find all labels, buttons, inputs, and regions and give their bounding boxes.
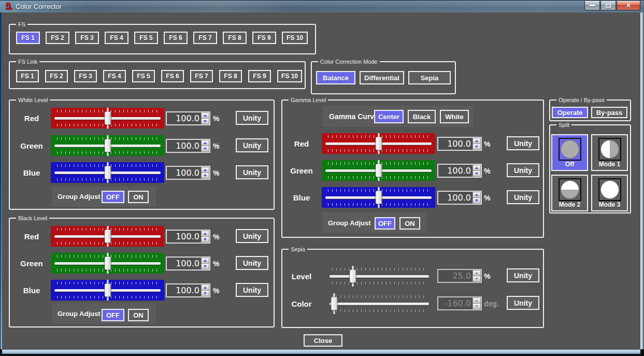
fs-button-9[interactable]: FS 9 [252,32,276,44]
black-level-red-unity-button[interactable]: Unity [236,229,268,243]
close-dialog-button[interactable]: Close [304,334,342,347]
spin-up-button[interactable] [201,140,209,146]
spin-down-button[interactable] [201,264,209,269]
spin-up-button[interactable] [201,112,209,119]
spin-down-button[interactable] [201,119,209,124]
fs-button-4[interactable]: FS 4 [105,32,128,44]
slider-thumb[interactable] [375,137,382,150]
white-level-green-spinbox[interactable]: 100.0 [166,139,210,153]
spin-value[interactable]: 100.0 [167,284,201,296]
operate-button[interactable]: Operate [552,107,588,118]
white-level-red-spinbox[interactable]: 100.0 [166,111,210,125]
spin-up-button[interactable] [473,165,481,171]
close-window-button[interactable]: ✕ [617,1,640,10]
fs-link-button-2[interactable]: FS 2 [45,70,68,82]
spin-up-button[interactable] [201,231,209,237]
spin-up-button[interactable] [201,258,209,264]
slider-thumb[interactable] [375,164,382,177]
sepia-level-slider[interactable] [326,266,433,287]
minimize-button[interactable] [584,1,600,10]
black-level-red-slider[interactable] [51,226,164,247]
spin-value[interactable]: 100.0 [167,258,201,269]
title-bar[interactable]: Color Corrector ✕ [0,0,644,12]
spin-value[interactable]: 100.0 [167,231,201,243]
gamma-level-blue-slider[interactable] [322,187,435,208]
maximize-button[interactable] [600,1,616,10]
fs-button-8[interactable]: FS 8 [223,32,247,44]
spin-up-button[interactable] [201,284,209,291]
fs-link-button-5[interactable]: FS 5 [132,70,155,82]
gamma-level-blue-spinbox[interactable]: 100.0 [437,191,482,205]
black-level-blue-spinbox[interactable]: 100.0 [166,283,210,297]
spin-up-button[interactable] [473,192,481,198]
black-level-blue-slider[interactable] [51,280,164,301]
slider-thumb[interactable] [331,297,338,310]
gamma-level-red-spinbox[interactable]: 100.0 [437,137,482,151]
black-level-blue-unity-button[interactable]: Unity [236,283,268,297]
slider-thumb[interactable] [104,111,111,125]
black-level-green-slider[interactable] [51,253,164,274]
black-level-red-spinbox[interactable]: 100.0 [166,230,210,244]
spin-value[interactable]: 100.0 [167,167,201,179]
white-level-green-unity-button[interactable]: Unity [236,138,268,152]
gamma-level-blue-unity-button[interactable]: Unity [507,190,539,204]
spin-value[interactable]: 100.0 [438,138,473,150]
gamma-level-red-unity-button[interactable]: Unity [507,136,539,150]
spin-up-button[interactable] [473,138,481,144]
spin-down-button[interactable] [473,198,481,204]
black-level-group-adjust-off-button[interactable]: OFF [102,309,124,321]
fs-link-button-4[interactable]: FS 4 [103,70,126,82]
gamma-level-red-slider[interactable] [322,133,435,154]
sepia-color-unity-button[interactable]: Unity [507,296,539,310]
fs-button-1[interactable]: FS 1 [16,32,40,44]
black-level-green-spinbox[interactable]: 100.0 [166,257,210,270]
gamma-level-group-adjust-on-button[interactable]: ON [399,217,420,230]
slider-thumb[interactable] [104,257,111,270]
split-mode2-button[interactable]: Mode 2 [551,175,588,211]
split-off-button[interactable]: Off [551,134,588,171]
slider-thumb[interactable] [349,269,356,283]
gamma-curve-white-button[interactable]: White [440,110,469,123]
white-level-green-slider[interactable] [51,135,164,156]
spin-up-button[interactable] [201,167,209,173]
fs-button-6[interactable]: FS 6 [164,32,188,44]
fs-button-2[interactable]: FS 2 [46,32,69,44]
spin-down-button[interactable] [473,144,481,150]
slider-thumb[interactable] [104,283,111,297]
fs-link-button-3[interactable]: FS 3 [74,70,97,82]
gamma-level-group-adjust-off-button[interactable]: OFF [375,217,395,230]
slider-thumb[interactable] [104,139,111,152]
white-level-group-adjust-off-button[interactable]: OFF [102,191,124,203]
fs-button-7[interactable]: FS 7 [193,32,217,44]
split-mode1-button[interactable]: Mode 1 [591,134,628,171]
white-level-group-adjust-on-button[interactable]: ON [128,191,149,203]
fs-link-button-6[interactable]: FS 6 [161,70,184,82]
mode-button-sepia[interactable]: Sepia [408,71,451,84]
white-level-red-slider[interactable] [51,108,164,129]
spin-down-button[interactable] [201,173,209,179]
sepia-level-unity-button[interactable]: Unity [507,268,539,282]
spin-down-button[interactable] [201,291,209,296]
slider-thumb[interactable] [104,166,111,179]
slider-thumb[interactable] [375,191,382,204]
spin-down-button[interactable] [201,146,209,152]
slider-thumb[interactable] [104,230,111,243]
spin-down-button[interactable] [473,171,481,177]
gamma-level-green-slider[interactable] [322,160,435,181]
sepia-color-slider[interactable] [326,293,433,314]
fs-link-button-8[interactable]: FS 8 [219,70,242,82]
fs-link-button-7[interactable]: FS 7 [190,70,213,82]
fs-button-3[interactable]: FS 3 [75,32,99,44]
black-level-group-adjust-on-button[interactable]: ON [128,309,149,321]
black-level-green-unity-button[interactable]: Unity [236,256,268,270]
fs-link-button-1[interactable]: FS 1 [16,70,39,82]
mode-button-balance[interactable]: Balance [316,71,355,84]
spin-down-button[interactable] [201,237,209,243]
spin-value[interactable]: 100.0 [167,112,201,124]
spin-value[interactable]: 100.0 [167,140,201,152]
spin-value[interactable]: 100.0 [438,192,473,204]
white-level-blue-unity-button[interactable]: Unity [236,165,268,179]
white-level-red-unity-button[interactable]: Unity [236,111,268,125]
fs-link-button-9[interactable]: FS 9 [248,70,271,82]
mode-button-differential[interactable]: Differential [360,71,404,84]
